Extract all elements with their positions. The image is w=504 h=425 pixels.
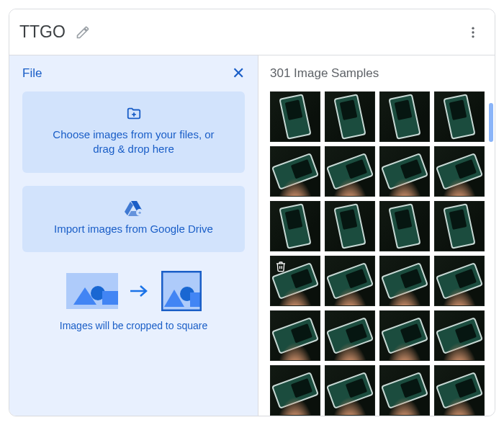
svg-text:+: + <box>138 210 141 216</box>
svg-rect-13 <box>102 291 118 305</box>
crop-src-image <box>66 273 118 309</box>
kebab-icon[interactable] <box>462 21 485 44</box>
samples-grid <box>270 91 490 416</box>
file-tab-label: File <box>22 66 42 81</box>
close-icon[interactable]: ✕ <box>232 66 245 81</box>
sample-thumb[interactable] <box>325 146 375 197</box>
sample-thumb[interactable] <box>434 365 485 416</box>
samples-title: 301 Image Samples <box>258 55 495 91</box>
sample-thumb[interactable] <box>270 310 320 361</box>
sample-thumb[interactable] <box>434 91 485 142</box>
file-panel-header: File ✕ <box>22 55 245 91</box>
sample-thumb[interactable] <box>270 201 320 251</box>
sample-thumb[interactable] <box>325 91 375 142</box>
sample-thumb[interactable] <box>379 365 430 416</box>
sample-thumb[interactable] <box>325 201 375 251</box>
sample-thumb[interactable] <box>434 310 485 361</box>
sample-thumb[interactable] <box>325 256 375 306</box>
sample-thumb[interactable] <box>434 146 485 197</box>
trash-icon[interactable] <box>273 259 289 274</box>
upload-hint: Choose images from your files, or drag &… <box>42 128 225 157</box>
crop-dst-image <box>161 271 202 311</box>
sample-thumb[interactable] <box>325 310 375 361</box>
svg-point-2 <box>472 35 474 37</box>
class-card: TTGO File ✕ <box>9 9 495 416</box>
sample-thumb[interactable] <box>379 256 430 306</box>
arrow-right-icon <box>130 284 150 298</box>
sample-thumb[interactable] <box>379 146 430 197</box>
svg-point-1 <box>472 31 474 33</box>
upload-dropzone[interactable]: Choose images from your files, or drag &… <box>22 91 245 173</box>
crop-illustration <box>22 271 245 311</box>
scrollbar-thumb[interactable] <box>489 103 493 142</box>
drive-import[interactable]: + Import images from Google Drive <box>22 186 245 252</box>
sample-thumb[interactable] <box>270 91 320 142</box>
class-title: TTGO <box>19 22 66 42</box>
svg-point-0 <box>472 27 474 29</box>
class-header: TTGO <box>9 9 495 55</box>
sample-thumb[interactable] <box>379 310 430 361</box>
sample-thumb[interactable] <box>379 91 430 142</box>
sample-thumb[interactable] <box>325 365 375 416</box>
folder-add-icon <box>125 106 143 122</box>
sample-thumb[interactable] <box>379 201 430 251</box>
sample-thumb[interactable] <box>270 146 320 197</box>
sample-thumb[interactable] <box>270 256 320 306</box>
drive-hint: Import images from Google Drive <box>54 222 213 236</box>
drive-add-icon: + <box>125 200 143 216</box>
sample-thumb[interactable] <box>270 365 320 416</box>
file-panel: File ✕ Choose images from your files, or… <box>9 55 258 416</box>
samples-grid-wrap <box>258 91 495 416</box>
pencil-icon[interactable] <box>76 25 90 40</box>
crop-caption: Images will be cropped to square <box>22 320 245 331</box>
samples-panel: 301 Image Samples <box>258 55 495 416</box>
sample-thumb[interactable] <box>434 201 485 251</box>
sample-thumb[interactable] <box>434 256 485 306</box>
